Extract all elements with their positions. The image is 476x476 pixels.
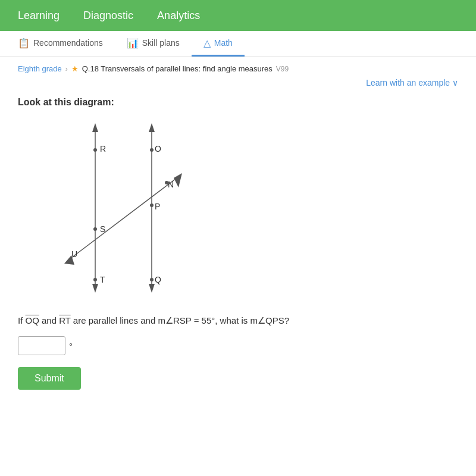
star-icon: ★ xyxy=(71,64,79,73)
nav-diagnostic[interactable]: Diagnostic xyxy=(83,7,133,25)
grade-link[interactable]: Eighth grade xyxy=(18,64,62,73)
top-nav: Learning Diagnostic Analytics xyxy=(0,0,476,31)
svg-point-16 xyxy=(150,203,154,207)
svg-point-10 xyxy=(93,148,97,152)
svg-text:S: S xyxy=(100,224,105,234)
svg-point-14 xyxy=(165,181,168,184)
nav-analytics[interactable]: Analytics xyxy=(157,7,200,25)
svg-point-21 xyxy=(93,278,97,281)
tab-skill-plans-label: Skill plans xyxy=(142,38,180,48)
skill-plans-icon: 📊 xyxy=(127,37,139,49)
degree-symbol: ° xyxy=(69,341,73,351)
chevron-icon: › xyxy=(65,65,68,73)
app-container: Learning Diagnostic Analytics 📋 Recommen… xyxy=(0,0,476,476)
svg-text:P: P xyxy=(155,202,160,211)
angle-answer-input[interactable] xyxy=(18,336,65,355)
learn-example-link[interactable]: Learn with an example ∨ xyxy=(18,78,458,87)
breadcrumb: Eighth grade › ★ Q.18 Transversals of pa… xyxy=(18,64,458,73)
svg-text:U: U xyxy=(71,249,77,259)
svg-marker-8 xyxy=(174,173,182,187)
recommendations-icon: 📋 xyxy=(18,37,30,49)
line-oq: OQ xyxy=(26,315,39,325)
svg-marker-4 xyxy=(149,123,155,132)
question-title: Q.18 Transversals of parallel lines: fin… xyxy=(82,64,273,73)
submit-button[interactable]: Submit xyxy=(18,367,81,390)
svg-marker-1 xyxy=(92,123,98,132)
svg-line-6 xyxy=(68,177,178,260)
tab-recommendations[interactable]: 📋 Recommendations xyxy=(6,31,115,57)
svg-text:Q: Q xyxy=(155,275,161,284)
question-label: Look at this diagram: xyxy=(18,97,458,108)
geometry-diagram: R O N P S U xyxy=(36,117,190,302)
svg-text:O: O xyxy=(155,144,161,154)
svg-text:N: N xyxy=(168,180,174,189)
svg-point-23 xyxy=(150,278,154,281)
tab-math[interactable]: △ Math xyxy=(192,31,245,57)
math-icon: △ xyxy=(203,37,211,49)
svg-point-12 xyxy=(150,148,154,152)
version-badge: V99 xyxy=(276,65,289,73)
tab-recommendations-label: Recommendations xyxy=(33,38,103,48)
tab-skill-plans[interactable]: 📊 Skill plans xyxy=(115,31,192,57)
svg-text:R: R xyxy=(100,144,106,154)
tab-math-label: Math xyxy=(214,38,233,48)
svg-marker-2 xyxy=(92,284,98,293)
tabs-bar: 📋 Recommendations 📊 Skill plans △ Math xyxy=(0,31,476,57)
line-rt: RT xyxy=(59,315,70,325)
svg-point-18 xyxy=(93,227,97,231)
svg-marker-5 xyxy=(149,284,155,293)
main-content: Eighth grade › ★ Q.18 Transversals of pa… xyxy=(0,57,476,476)
nav-learning[interactable]: Learning xyxy=(18,7,60,25)
svg-text:T: T xyxy=(100,275,105,284)
question-text: If OQ and RT are parallel lines and m∠RS… xyxy=(18,314,458,328)
answer-row: ° xyxy=(18,336,458,355)
diagram-container: R O N P S U xyxy=(36,117,458,302)
